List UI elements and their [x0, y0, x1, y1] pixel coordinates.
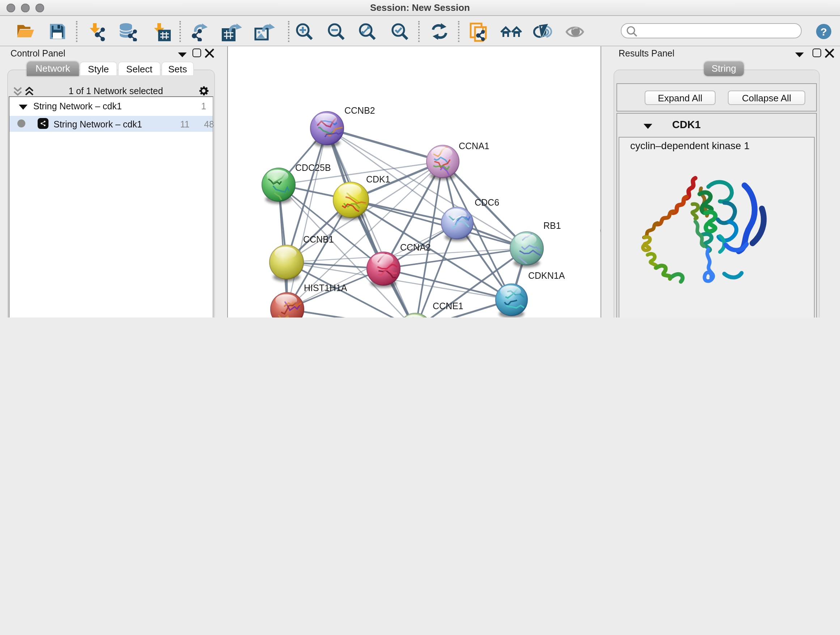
svg-text:CDC6: CDC6 — [475, 197, 499, 207]
svg-text:HIST1H1A: HIST1H1A — [304, 283, 347, 293]
svg-text:CDK1: CDK1 — [366, 174, 390, 184]
svg-text:CDKN1A: CDKN1A — [528, 271, 565, 280]
svg-text:CCNE1: CCNE1 — [433, 301, 463, 311]
svg-text:CCNB2: CCNB2 — [344, 105, 375, 116]
svg-text:CCNB1: CCNB1 — [303, 234, 334, 244]
svg-text:RB1: RB1 — [543, 220, 561, 231]
svg-text:CCNA2: CCNA2 — [400, 242, 431, 252]
svg-text:CDC25B: CDC25B — [295, 163, 331, 173]
svg-text:CCNA1: CCNA1 — [459, 141, 489, 151]
